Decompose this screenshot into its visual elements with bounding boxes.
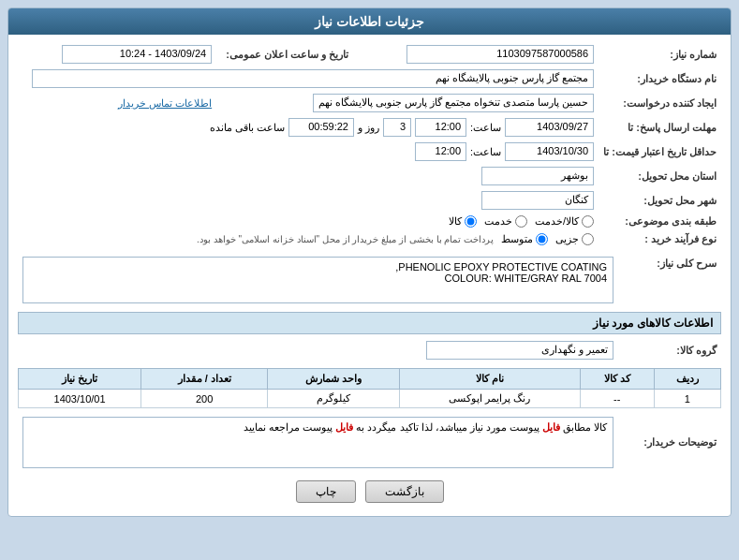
description-label: سرح کلی نیاز:	[618, 254, 721, 306]
need-number-label: شماره نیاز:	[599, 42, 721, 66]
creator-box: حسین پارسا متصدی تنخواه مجتمع گاز پارس ج…	[313, 94, 595, 112]
reply-remaining-box: 00:59:22	[288, 118, 354, 137]
purchase-note: پرداخت تمام با بخشی از مبلغ خریدار از مح…	[197, 234, 494, 244]
price-date-box: 1403/10/30	[505, 142, 594, 161]
items-table: ردیف کد کالا نام کالا واحد شمارش تعداد /…	[18, 368, 721, 408]
buyer-notes-value: کالا مطابق فایل پیوست مورد نیاز میباشد، …	[18, 414, 618, 471]
group-label: گروه کالا:	[618, 338, 721, 362]
purchase-radio-motavasset[interactable]: متوسط	[501, 233, 548, 245]
page-title: جزئیات اطلاعات نیاز	[315, 14, 424, 29]
table-row: 1--رنگ پرایمر اپوکسیکیلوگرم2001403/10/01	[19, 390, 721, 408]
category-radio-khedmat[interactable]: خدمت	[484, 215, 527, 228]
reply-time-label: ساعت:	[470, 122, 501, 134]
reply-deadline-label: مهلت ارسال پاسخ: تا	[599, 115, 721, 140]
category-row: کالا/خدمت خدمت کالا	[18, 213, 599, 230]
price-time-box: 12:00	[415, 142, 466, 161]
price-deadline-row: 1403/10/30 ساعت: 12:00	[18, 140, 599, 164]
city-box: کنگان	[481, 191, 594, 210]
price-deadline-label: حداقل تاریخ اعتبار قیمت: تا	[599, 140, 721, 164]
file-link-text: فایل	[335, 421, 353, 433]
contact-link[interactable]: اطلاعات تماس خریدار	[118, 97, 212, 109]
group-box: تعمیر و نگهداری	[426, 341, 613, 360]
creator-label: ایجاد کننده درخواست:	[599, 91, 721, 115]
purchase-type-label: نوع فرآیند خرید :	[599, 230, 721, 248]
reply-deadline-row: 1403/09/27 ساعت: 12:00 3 روز و 00:59:22 …	[18, 115, 599, 140]
col-name: نام کالا	[399, 369, 580, 390]
group-value: تعمیر و نگهداری	[18, 338, 618, 362]
reply-remaining-label: ساعت باقی مانده	[210, 122, 285, 134]
reply-time-box: 12:00	[415, 118, 466, 137]
col-row: ردیف	[654, 369, 720, 390]
city-value: کنگان	[18, 188, 599, 213]
file-link-text: فایل	[542, 421, 560, 433]
reply-day-label: روز و	[358, 122, 379, 134]
cell-unit: کیلوگرم	[268, 390, 400, 408]
purchase-row: جزیی متوسط پرداخت تمام با بخشی از مبلغ خ…	[18, 230, 599, 248]
buyer-box: مجتمع گاز پارس جنوبی پالایشگاه نهم	[32, 69, 594, 88]
buyer-notes-label: توضیحات خریدار:	[618, 414, 721, 471]
back-button[interactable]: بازگشت	[365, 480, 444, 503]
card-header: جزئیات اطلاعات نیاز	[8, 8, 731, 35]
description-value: ,PHENOLIC EPOXY PROTECTIVE COATING COLOU…	[18, 254, 618, 306]
info-table-top: شماره نیاز: 1103097587000586 تاریخ و ساع…	[18, 42, 721, 248]
reply-day-value-box: 3	[383, 118, 411, 137]
description-table: سرح کلی نیاز: ,PHENOLIC EPOXY PROTECTIVE…	[18, 254, 721, 306]
notes-table: توضیحات خریدار: کالا مطابق فایل پیوست مو…	[18, 414, 721, 471]
buyer-notes-text: کالا مطابق فایل پیوست مورد نیاز میباشد، …	[244, 421, 607, 433]
main-card: جزئیات اطلاعات نیاز شماره نیاز: 11030975…	[7, 7, 732, 517]
province-box: بوشهر	[481, 167, 594, 185]
purchase-radio-jozii[interactable]: جزیی	[555, 233, 594, 245]
col-unit: واحد شمارش	[268, 369, 400, 390]
cell-quantity: 200	[141, 390, 268, 408]
date-value: 1403/09/24 - 10:24	[18, 42, 216, 66]
date-box: 1403/09/24 - 10:24	[62, 45, 212, 64]
cell-date: 1403/10/01	[19, 390, 141, 408]
creator-value: حسین پارسا متصدی تنخواه مجتمع گاز پارس ج…	[216, 91, 599, 115]
buyer-notes-box: کالا مطابق فایل پیوست مورد نیاز میباشد، …	[22, 417, 613, 468]
date-label: تاریخ و ساعت اعلان عمومی:	[216, 42, 353, 66]
province-label: استان محل تحویل:	[599, 164, 721, 188]
cell-row: 1	[654, 390, 720, 408]
province-value: بوشهر	[18, 164, 599, 188]
category-label: طبقه بندی موضوعی:	[599, 213, 721, 230]
print-button[interactable]: چاپ	[296, 480, 356, 503]
need-number-value: 1103097587000586	[353, 42, 599, 66]
category-radio-kala-khedmat[interactable]: کالا/خدمت	[535, 215, 594, 228]
col-qty: تعداد / مقدار	[141, 369, 268, 390]
description-text: ,PHENOLIC EPOXY PROTECTIVE COATING COLOU…	[29, 261, 607, 284]
card-body: شماره نیاز: 1103097587000586 تاریخ و ساع…	[8, 35, 731, 516]
group-table: گروه کالا: تعمیر و نگهداری	[18, 338, 721, 362]
city-label: شهر محل تحویل:	[599, 188, 721, 213]
items-section-title: اطلاعات کالاهای مورد نیاز	[18, 312, 721, 334]
price-time-label: ساعت:	[470, 146, 501, 158]
button-bar: بازگشت چاپ	[18, 480, 721, 503]
col-code: کد کالا	[580, 369, 654, 390]
col-date: تاریخ نیاز	[19, 369, 141, 390]
buyer-label: نام دستگاه خریدار:	[599, 66, 721, 91]
need-number-box: 1103097587000586	[406, 45, 594, 64]
reply-date-box: 1403/09/27	[505, 118, 594, 137]
category-radio-kala[interactable]: کالا	[449, 215, 477, 228]
buyer-value: مجتمع گاز پارس جنوبی پالایشگاه نهم	[18, 66, 599, 91]
cell-code: --	[580, 390, 654, 408]
cell-name: رنگ پرایمر اپوکسی	[399, 390, 580, 408]
page-wrapper: جزئیات اطلاعات نیاز شماره نیاز: 11030975…	[0, 0, 739, 560]
